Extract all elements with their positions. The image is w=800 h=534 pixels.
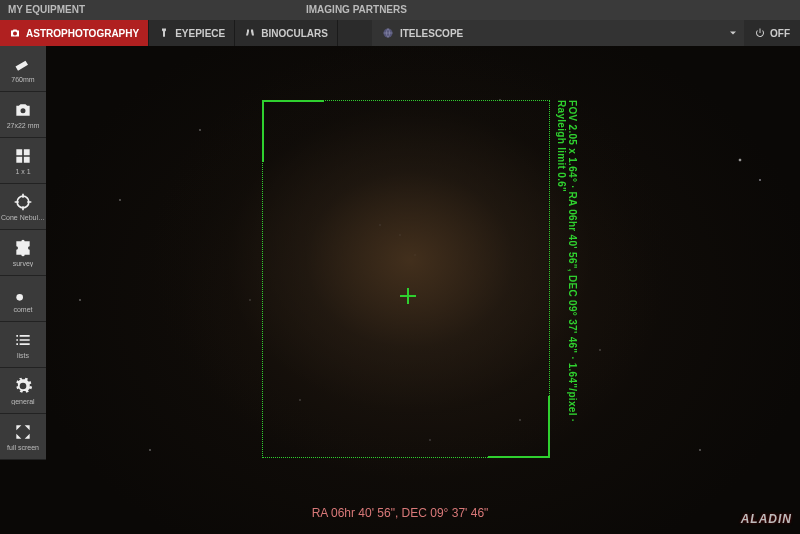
sidebar-comet[interactable]: comet xyxy=(0,276,46,322)
tab-astrophotography[interactable]: ASTROPHOTOGRAPHY xyxy=(0,20,149,46)
fov-annotation: FOV 2.05 x 1.64° · RA 06hr 40' 56", DEC … xyxy=(556,100,578,460)
tab-binoculars[interactable]: BINOCULARS xyxy=(235,20,338,46)
sidebar-target[interactable]: Cone Nebul… xyxy=(0,184,46,230)
sidebar-lists[interactable]: lists xyxy=(0,322,46,368)
aladin-logo: ALADIN xyxy=(741,512,792,526)
my-equipment-label: MY EQUIPMENT xyxy=(0,0,298,20)
sidebar-fullscreen[interactable]: full screen xyxy=(0,414,46,460)
partner-off-button[interactable]: OFF xyxy=(744,20,800,46)
svg-point-1 xyxy=(17,196,29,208)
partner-selected: ITELESCOPE xyxy=(400,28,463,39)
partner-chevron[interactable] xyxy=(722,20,744,46)
imaging-partners-label: IMAGING PARTNERS xyxy=(298,0,800,20)
partner-icon xyxy=(382,27,394,39)
sidebar-general[interactable]: general xyxy=(0,368,46,414)
sidebar-label: survey xyxy=(13,260,34,267)
partner-dropdown[interactable]: ITELESCOPE xyxy=(372,20,722,46)
sidebar-label: 1 x 1 xyxy=(15,168,30,175)
svg-point-2 xyxy=(16,294,23,301)
camera-icon xyxy=(13,100,33,120)
sidebar-mosaic[interactable]: 1 x 1 xyxy=(0,138,46,184)
tab-label: BINOCULARS xyxy=(261,28,328,39)
top-label-bar: MY EQUIPMENT IMAGING PARTNERS xyxy=(0,0,800,20)
sidebar-telescope[interactable]: 760mm xyxy=(0,46,46,92)
sidebar-survey[interactable]: survey xyxy=(0,230,46,276)
power-icon xyxy=(754,27,766,39)
sidebar-label: full screen xyxy=(7,444,39,451)
center-crosshair xyxy=(400,288,416,304)
camera-icon xyxy=(9,27,21,39)
equipment-tab-bar: ASTROPHOTOGRAPHY EYEPIECE BINOCULARS ITE… xyxy=(0,20,800,46)
fov-corner-top-left xyxy=(262,100,324,162)
grid-icon xyxy=(13,146,33,166)
sidebar-label: comet xyxy=(13,306,32,313)
gear-icon xyxy=(13,376,33,396)
left-sidebar: 760mm 27x22 mm 1 x 1 Cone Nebul… survey … xyxy=(0,46,46,460)
pointer-coordinates: RA 06hr 40' 56", DEC 09° 37' 46" xyxy=(0,506,800,520)
comet-icon xyxy=(13,284,33,304)
puzzle-icon xyxy=(13,238,33,258)
tab-label: ASTROPHOTOGRAPHY xyxy=(26,28,139,39)
tab-label: EYEPIECE xyxy=(175,28,225,39)
off-label: OFF xyxy=(770,28,790,39)
fov-corner-bottom-right xyxy=(488,396,550,458)
eyepiece-icon xyxy=(158,27,170,39)
sidebar-label: 27x22 mm xyxy=(7,122,40,129)
sidebar-label: 760mm xyxy=(11,76,34,83)
binoculars-icon xyxy=(244,27,256,39)
crosshair-icon xyxy=(13,192,33,212)
sidebar-label: Cone Nebul… xyxy=(1,214,45,221)
sidebar-label: lists xyxy=(17,352,29,359)
sidebar-camera[interactable]: 27x22 mm xyxy=(0,92,46,138)
chevron-down-icon xyxy=(727,27,739,39)
list-icon xyxy=(13,330,33,350)
tab-eyepiece[interactable]: EYEPIECE xyxy=(149,20,235,46)
telescope-icon xyxy=(13,54,33,74)
fullscreen-icon xyxy=(13,422,33,442)
sidebar-label: general xyxy=(11,398,34,405)
